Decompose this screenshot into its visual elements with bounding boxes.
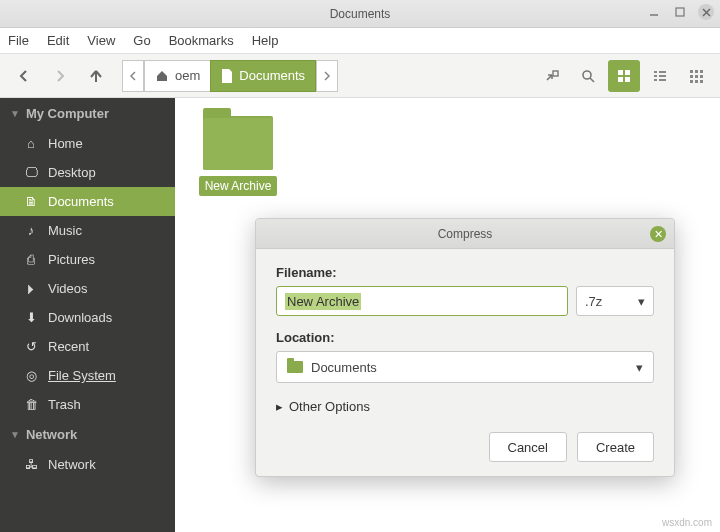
svg-rect-19	[700, 70, 703, 73]
svg-rect-1	[676, 8, 684, 16]
svg-rect-25	[700, 80, 703, 83]
document-icon	[221, 69, 233, 83]
maximize-button[interactable]	[672, 4, 688, 20]
forward-button[interactable]	[44, 60, 76, 92]
svg-rect-16	[659, 79, 666, 81]
sidebar-header-network[interactable]: ▼ Network	[0, 419, 175, 450]
compress-dialog: Compress ✕ Filename: New Archive .7z ▾ L…	[255, 218, 675, 477]
folder-icon	[287, 361, 303, 373]
svg-rect-10	[625, 77, 630, 82]
home-icon	[155, 69, 169, 83]
path-next-button[interactable]	[316, 60, 338, 92]
chevron-down-icon: ▼	[10, 108, 20, 119]
svg-rect-9	[618, 77, 623, 82]
path-bar: oem Documents	[122, 60, 338, 92]
trash-icon: 🗑	[24, 397, 38, 412]
path-current-label: Documents	[239, 68, 305, 83]
chevron-down-icon: ▾	[638, 294, 645, 309]
downloads-icon: ⬇	[24, 310, 38, 325]
sidebar-header-computer[interactable]: ▼ My Computer	[0, 98, 175, 129]
sidebar-item-downloads[interactable]: ⬇Downloads	[0, 303, 175, 332]
sidebar-item-network[interactable]: 🖧Network	[0, 450, 175, 479]
folder-item[interactable]: New Archive	[193, 116, 283, 196]
sidebar-item-pictures[interactable]: ⎙Pictures	[0, 245, 175, 274]
folder-icon	[203, 116, 273, 170]
sidebar-network-label: Network	[26, 427, 77, 442]
svg-rect-21	[695, 75, 698, 78]
chevron-down-icon: ▾	[636, 360, 643, 375]
dialog-actions: Cancel Create	[276, 432, 654, 462]
menu-bookmarks[interactable]: Bookmarks	[169, 33, 234, 48]
sidebar-computer-label: My Computer	[26, 106, 109, 121]
dialog-body: Filename: New Archive .7z ▾ Location: Do…	[256, 249, 674, 476]
svg-rect-7	[618, 70, 623, 75]
compact-view-button[interactable]	[680, 60, 712, 92]
home-icon: ⌂	[24, 136, 38, 151]
svg-rect-20	[690, 75, 693, 78]
svg-rect-24	[695, 80, 698, 83]
svg-rect-23	[690, 80, 693, 83]
chevron-right-icon: ▸	[276, 399, 283, 414]
svg-point-5	[583, 71, 591, 79]
svg-rect-13	[654, 75, 657, 77]
sidebar-item-videos[interactable]: ⏵Videos	[0, 274, 175, 303]
sidebar-item-music[interactable]: ♪Music	[0, 216, 175, 245]
sidebar-item-trash[interactable]: 🗑Trash	[0, 390, 175, 419]
back-button[interactable]	[8, 60, 40, 92]
filename-input[interactable]: New Archive	[276, 286, 568, 316]
sidebar-item-filesystem[interactable]: ◎File System	[0, 361, 175, 390]
chevron-down-icon: ▼	[10, 429, 20, 440]
other-options-toggle[interactable]: ▸ Other Options	[276, 399, 654, 414]
svg-rect-11	[654, 71, 657, 73]
filename-label: Filename:	[276, 265, 654, 280]
path-home[interactable]: oem	[144, 60, 210, 92]
sidebar-item-home[interactable]: ⌂Home	[0, 129, 175, 158]
extension-value: .7z	[585, 294, 602, 309]
toolbar: oem Documents	[0, 54, 720, 98]
svg-rect-18	[695, 70, 698, 73]
svg-line-6	[590, 78, 594, 82]
window-titlebar: Documents	[0, 0, 720, 28]
list-view-button[interactable]	[644, 60, 676, 92]
window-controls	[646, 4, 714, 20]
dialog-close-button[interactable]: ✕	[650, 226, 666, 242]
location-label: Location:	[276, 330, 654, 345]
desktop-icon: 🖵	[24, 165, 38, 180]
sidebar-item-recent[interactable]: ↺Recent	[0, 332, 175, 361]
folder-label: New Archive	[199, 176, 278, 196]
menu-go[interactable]: Go	[133, 33, 150, 48]
path-current[interactable]: Documents	[210, 60, 316, 92]
up-button[interactable]	[80, 60, 112, 92]
location-value: Documents	[311, 360, 377, 375]
extension-select[interactable]: .7z ▾	[576, 286, 654, 316]
create-button[interactable]: Create	[577, 432, 654, 462]
menu-view[interactable]: View	[87, 33, 115, 48]
svg-rect-14	[659, 75, 666, 77]
window-title: Documents	[330, 7, 391, 21]
menu-edit[interactable]: Edit	[47, 33, 69, 48]
search-button[interactable]	[572, 60, 604, 92]
watermark: wsxdn.com	[662, 517, 712, 528]
sidebar: ▼ My Computer ⌂Home 🖵Desktop 🗎Documents …	[0, 98, 175, 532]
sidebar-item-desktop[interactable]: 🖵Desktop	[0, 158, 175, 187]
location-select[interactable]: Documents ▾	[276, 351, 654, 383]
other-options-label: Other Options	[289, 399, 370, 414]
menu-help[interactable]: Help	[252, 33, 279, 48]
close-button[interactable]	[698, 4, 714, 20]
icon-view-button[interactable]	[608, 60, 640, 92]
svg-rect-12	[659, 71, 666, 73]
path-home-label: oem	[175, 68, 200, 83]
minimize-button[interactable]	[646, 4, 662, 20]
drive-icon: ◎	[24, 368, 38, 383]
dialog-title: Compress	[438, 227, 493, 241]
menu-file[interactable]: File	[8, 33, 29, 48]
menubar: File Edit View Go Bookmarks Help	[0, 28, 720, 54]
toggle-location-button[interactable]	[536, 60, 568, 92]
pictures-icon: ⎙	[24, 252, 38, 267]
document-icon: 🗎	[24, 194, 38, 209]
dialog-titlebar: Compress ✕	[256, 219, 674, 249]
svg-rect-15	[654, 79, 657, 81]
sidebar-item-documents[interactable]: 🗎Documents	[0, 187, 175, 216]
cancel-button[interactable]: Cancel	[489, 432, 567, 462]
path-prev-button[interactable]	[122, 60, 144, 92]
